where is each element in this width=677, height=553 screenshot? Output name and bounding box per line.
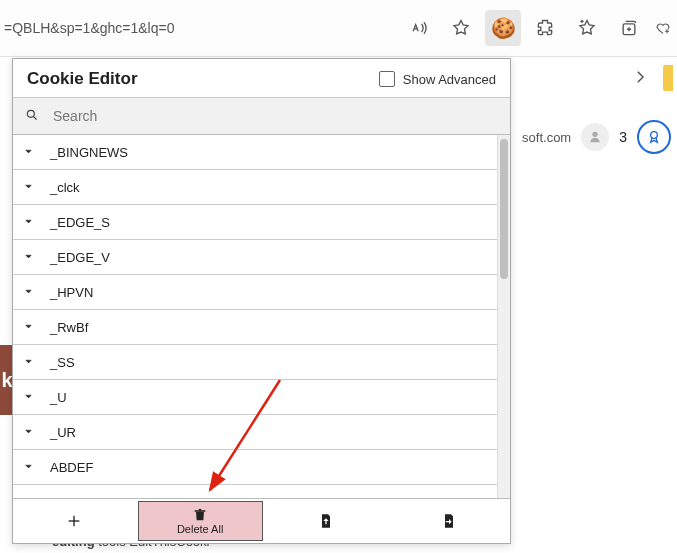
chevron-down-icon: [23, 495, 34, 499]
checkbox-icon: [379, 71, 395, 87]
cookie-editor-popup: Cookie Editor Show Advanced _BINGNEWS_cl…: [12, 58, 511, 544]
scrollbar[interactable]: [497, 135, 510, 498]
chevron-down-icon: [23, 390, 34, 405]
cookie-row[interactable]: _EDGE_V: [13, 240, 510, 275]
add-cookie-button[interactable]: [13, 499, 136, 543]
cookie-icon: 🍪: [491, 16, 516, 40]
chevron-down-icon: [23, 180, 34, 195]
scrollbar-thumb[interactable]: [500, 139, 508, 279]
plus-icon: [66, 513, 82, 529]
cookie-row[interactable]: _HPVN: [13, 275, 510, 310]
read-aloud-icon[interactable]: [401, 10, 437, 46]
chevron-down-icon: [23, 460, 34, 475]
favorites-icon[interactable]: [569, 10, 605, 46]
cookie-row[interactable]: _SS: [13, 345, 510, 380]
show-advanced-toggle[interactable]: Show Advanced: [379, 71, 496, 87]
address-bar-fragment[interactable]: =QBLH&sp=1&ghc=1&lq=0: [0, 0, 364, 56]
cookie-name: _RwBf: [50, 320, 88, 335]
cookie-row[interactable]: ACL: [13, 485, 510, 498]
popup-title: Cookie Editor: [27, 69, 138, 89]
search-input[interactable]: [51, 107, 498, 125]
cookie-row[interactable]: _UR: [13, 415, 510, 450]
import-icon: [318, 513, 334, 529]
cookie-row[interactable]: _U: [13, 380, 510, 415]
cookie-editor-extension-icon[interactable]: 🍪: [485, 10, 521, 46]
cookie-name: _HPVN: [50, 285, 93, 300]
cookie-name: _SS: [50, 355, 75, 370]
cookie-row[interactable]: _BINGNEWS: [13, 135, 510, 170]
cookie-row[interactable]: _RwBf: [13, 310, 510, 345]
delete-all-label: Delete All: [177, 523, 223, 535]
trash-icon: [192, 507, 208, 523]
chevron-down-icon: [23, 285, 34, 300]
cookie-name: _EDGE_V: [50, 250, 110, 265]
show-advanced-label: Show Advanced: [403, 72, 496, 87]
chevron-down-icon: [23, 320, 34, 335]
cookie-name: ACL: [50, 495, 75, 499]
cookie-name: ABDEF: [50, 460, 93, 475]
search-row: [13, 97, 510, 135]
delete-all-button[interactable]: Delete All: [138, 501, 263, 541]
cookie-name: _clck: [50, 180, 80, 195]
cookie-name: _U: [50, 390, 67, 405]
forward-chevron-icon[interactable]: [631, 68, 649, 89]
svg-point-2: [27, 110, 34, 117]
collections-icon[interactable]: [611, 10, 647, 46]
browser-toolbar: =QBLH&sp=1&ghc=1&lq=0 🍪: [0, 0, 677, 57]
page-header-remnant: soft.com 3: [522, 120, 671, 154]
svg-point-1: [651, 132, 658, 139]
chevron-down-icon: [23, 145, 34, 160]
domain-fragment: soft.com: [522, 130, 571, 145]
chevron-down-icon: [23, 215, 34, 230]
chevron-down-icon: [23, 355, 34, 370]
toolbar-icons: 🍪: [401, 0, 671, 56]
favorites-bar-fragment-icon[interactable]: [663, 65, 673, 91]
cookie-name: _EDGE_S: [50, 215, 110, 230]
search-icon: [25, 108, 39, 125]
page-sub-bar: [631, 60, 673, 96]
extensions-icon[interactable]: [527, 10, 563, 46]
favorite-star-icon[interactable]: [443, 10, 479, 46]
cookie-name: _UR: [50, 425, 76, 440]
export-icon: [441, 513, 457, 529]
export-button[interactable]: [387, 499, 510, 543]
cookie-row[interactable]: _clck: [13, 170, 510, 205]
action-bar: Delete All: [13, 498, 510, 543]
popup-header: Cookie Editor Show Advanced: [13, 59, 510, 97]
cookie-row[interactable]: ABDEF: [13, 450, 510, 485]
chevron-down-icon: [23, 425, 34, 440]
cookie-name: _BINGNEWS: [50, 145, 128, 160]
cookie-row[interactable]: _EDGE_S: [13, 205, 510, 240]
heart-plus-icon[interactable]: [653, 10, 671, 46]
cookie-list: _BINGNEWS_clck_EDGE_S_EDGE_V_HPVN_RwBf_S…: [13, 135, 510, 498]
rewards-medal-icon[interactable]: [637, 120, 671, 154]
chevron-down-icon: [23, 250, 34, 265]
import-button[interactable]: [265, 499, 388, 543]
rewards-count: 3: [619, 129, 627, 145]
profile-avatar-icon[interactable]: [581, 123, 609, 151]
